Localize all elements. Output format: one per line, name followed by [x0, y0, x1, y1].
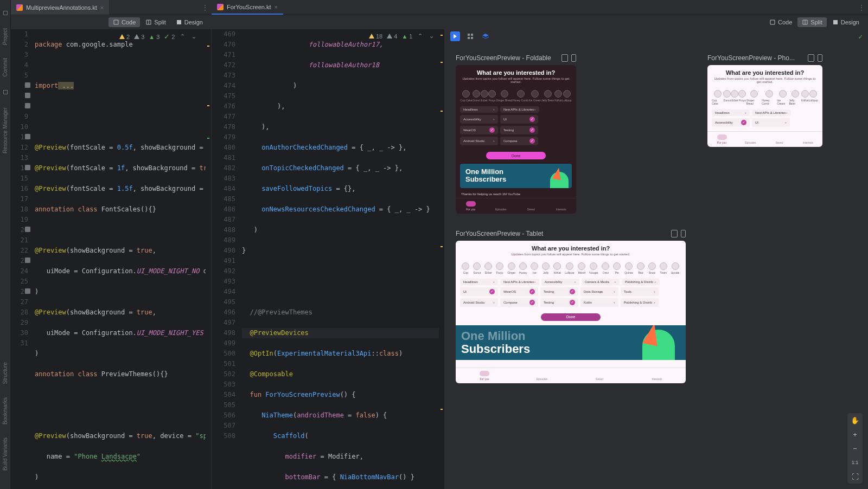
preview-toolbar: ✓: [445, 29, 868, 43]
close-icon[interactable]: ×: [100, 4, 104, 11]
preview-pane: ✓ ForYouScreenPreview - Foldable What ar…: [445, 29, 868, 489]
view-design-button[interactable]: Design: [171, 17, 207, 27]
error-stripe-mid[interactable]: [439, 29, 444, 489]
chevron-down-icon[interactable]: ⌄: [428, 33, 435, 40]
tool-square-icon[interactable]: [3, 11, 8, 15]
layers-icon[interactable]: [481, 31, 490, 41]
svg-rect-3: [471, 34, 473, 36]
preview-foldable[interactable]: What are you interested in?Updates from …: [456, 65, 576, 214]
tab-multipreview[interactable]: MultipreviewAnnotations.kt ×: [11, 0, 109, 15]
svg-rect-1: [833, 20, 838, 24]
phone-icon[interactable]: [681, 230, 686, 237]
tool-project[interactable]: Project: [2, 28, 8, 45]
tool-commit[interactable]: Commit: [2, 58, 8, 76]
tablet-icon[interactable]: [808, 54, 814, 62]
view-code-button-r[interactable]: Code: [765, 17, 796, 27]
tab-label: ForYouScreen.kt: [227, 4, 271, 10]
more-icon[interactable]: ⋮: [858, 4, 865, 11]
pan-tool-icon[interactable]: [450, 31, 460, 41]
preview-tablet[interactable]: What are you interested in?Updates from …: [456, 241, 686, 383]
tabs-row: MultipreviewAnnotations.kt × ⋮ ForYouScr…: [11, 0, 868, 15]
zoom-fit-button[interactable]: ⛶: [847, 469, 863, 484]
zoom-in-button[interactable]: +: [847, 427, 863, 441]
close-icon[interactable]: ×: [275, 4, 278, 10]
pan-hand-icon[interactable]: ✋: [847, 413, 863, 427]
zoom-out-button[interactable]: −: [847, 441, 863, 455]
chevron-up-icon[interactable]: ⌃: [179, 33, 186, 40]
svg-rect-5: [471, 37, 473, 39]
phone-icon[interactable]: [571, 54, 576, 62]
chevron-up-icon[interactable]: ⌃: [417, 33, 424, 40]
view-split-button[interactable]: Split: [141, 17, 170, 27]
weak-warning-icon: [387, 34, 392, 38]
tool-square-icon-2[interactable]: [3, 90, 8, 94]
warning-icon: [369, 34, 374, 38]
view-split-button-r[interactable]: Split: [797, 17, 826, 27]
preview-phone[interactable]: What are you interested in?Updates from …: [707, 65, 822, 147]
editor-mid: 4694704714724734744754764774784794804814…: [212, 29, 445, 489]
preview-title: ForYouScreenPreview - Tablet: [456, 230, 543, 237]
svg-rect-0: [177, 20, 181, 24]
typo-icon: ▲: [149, 34, 155, 40]
inspection-mid: 18 4 ▲1 ⌃ ⌄: [369, 33, 435, 40]
check-icon: ✓: [164, 33, 170, 41]
editor-left: 1234567891011121314151617181920212223242…: [11, 29, 212, 489]
typo-icon: ▲: [401, 33, 407, 40]
tab-label: MultipreviewAnnotations.kt: [26, 4, 97, 11]
more-icon[interactable]: ⋮: [202, 4, 208, 11]
tab-foryouscreen[interactable]: ForYouScreen.kt ×: [212, 0, 283, 15]
code-mid[interactable]: followableAuthor17, followableAuthor18 )…: [239, 29, 439, 489]
view-code-button[interactable]: Code: [108, 17, 140, 27]
kotlin-file-icon: [217, 4, 224, 10]
preview-title: ForYouScreenPreview - Foldable: [456, 54, 551, 62]
chevron-down-icon[interactable]: ⌄: [190, 33, 197, 40]
tool-bookmarks[interactable]: Bookmarks: [2, 397, 8, 424]
preview-ok-icon: ✓: [858, 33, 863, 41]
phone-icon[interactable]: [818, 54, 822, 62]
left-tool-strip: Project Commit Resource Manager Structur…: [0, 0, 11, 489]
weak-warning-icon: [134, 34, 139, 39]
gutter-mid: 4694704714724734744754764774784794804814…: [212, 29, 239, 489]
error-stripe-left[interactable]: [206, 29, 211, 489]
view-bar: Code Split Design Code Split Design: [11, 15, 868, 29]
inspection-left: 2 3 ▲3 ✓2 ⌃ ⌄: [119, 33, 197, 41]
tablet-icon[interactable]: [561, 54, 568, 62]
tool-variants[interactable]: Build Variants: [2, 437, 8, 471]
code-left[interactable]: package com.google.sample import ... @Pr…: [31, 29, 206, 489]
gutter-left: 1234567891011121314151617181920212223242…: [11, 29, 31, 489]
tablet-icon[interactable]: [671, 230, 678, 237]
view-design-button-r[interactable]: Design: [828, 17, 864, 27]
tool-resmgr[interactable]: Resource Manager: [2, 107, 8, 153]
svg-rect-2: [468, 34, 470, 36]
preview-canvas[interactable]: ForYouScreenPreview - Foldable What are …: [445, 43, 868, 489]
warning-icon: [119, 34, 125, 39]
preview-title: ForYouScreenPreview - Pho...: [707, 54, 795, 62]
kotlin-file-icon: [16, 4, 23, 11]
svg-rect-4: [468, 37, 470, 39]
grid-icon[interactable]: [465, 31, 475, 41]
zoom-controls: ✋ + − 1:1 ⛶: [847, 413, 863, 484]
tool-structure[interactable]: Structure: [2, 362, 8, 384]
zoom-ratio[interactable]: 1:1: [847, 455, 863, 469]
